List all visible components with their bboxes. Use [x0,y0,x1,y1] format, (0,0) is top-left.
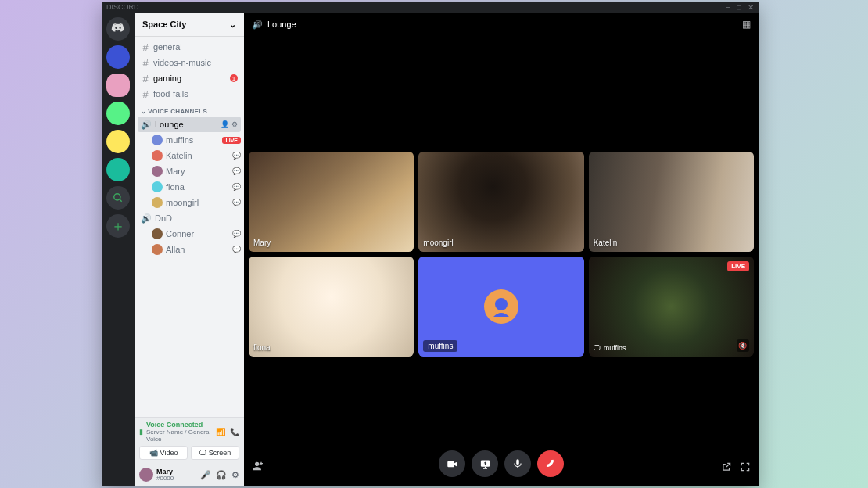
server-header[interactable]: Space City ⌄ [135,13,244,36]
user-panel: Mary #0000 🎤 🎧 ⚙ [135,463,244,486]
channel-list: # general # videos-n-music # gaming 1 # … [135,36,244,417]
voice-channel-lounge[interactable]: 🔊 Lounge 👤 ⚙ [138,117,241,132]
settings-button[interactable]: ⚙ [231,470,239,480]
video-tile-muffins-stream[interactable]: LIVE 🖵 muffins 🔇 [589,257,754,357]
video-tile-muffins-avatar[interactable]: muffins [418,257,583,357]
video-tile-katelin[interactable]: Katelin [589,152,754,252]
popout-button[interactable] [721,461,732,472]
call-area: 🔊 Lounge ▦ Mary moongirl Katelin fiona [244,13,759,486]
svg-rect-4 [447,461,454,467]
mute-button[interactable]: 🎤 [200,470,211,480]
user-avatar[interactable] [139,468,153,482]
disconnect-icon[interactable]: 📞 [230,428,239,436]
chevron-down-icon: ⌄ [229,20,236,30]
server-icon-3[interactable] [106,102,130,125]
close-button[interactable]: ✕ [748,3,754,12]
mic-icon: 💬 [232,230,241,238]
speaker-icon: 🔊 [141,214,152,224]
svg-point-0 [114,194,120,200]
vc-member-muffins[interactable]: muffins LIVE [138,132,241,148]
member-name: Katelin [166,151,192,160]
screenshare-button[interactable] [472,450,498,477]
noise-suppression-icon[interactable]: 📶 [216,428,225,436]
avatar [152,166,163,177]
call-channel-name: Lounge [267,20,296,29]
chevron-down-icon: ⌄ [141,108,146,115]
tile-label: Katelin [594,239,618,247]
voice-channels-header[interactable]: ⌄ VOICE CHANNELS [138,102,241,117]
vc-member-allan[interactable]: Allan 💬 [138,242,241,257]
live-badge: LIVE [727,261,749,271]
speaker-icon: 🔊 [252,20,263,30]
video-tile-fiona[interactable]: fiona [249,257,414,357]
channel-label: Lounge [155,120,184,129]
maximize-button[interactable]: □ [737,3,741,12]
member-name: Allan [166,245,185,254]
mic-icon: 💬 [232,152,241,160]
channel-label: food-fails [153,89,188,99]
mic-button[interactable] [504,450,531,477]
grid-view-icon[interactable]: ▦ [742,19,751,30]
channel-label: gaming [153,74,181,83]
bottom-right-controls [721,461,751,472]
member-name: fiona [166,182,185,192]
video-grid: Mary moongirl Katelin fiona muffins [249,152,754,357]
fullscreen-button[interactable] [740,461,751,472]
hash-icon: # [141,73,150,84]
vc-member-katelin[interactable]: Katelin 💬 [138,148,241,163]
svg-rect-6 [516,459,519,465]
text-channel-foodfails[interactable]: # food-fails [138,86,241,102]
discord-window: DISCORD − □ ✕ ＋ Space City ⌄ [102,2,759,486]
camera-icon: 📹 [149,449,158,457]
mic-icon: 💬 [232,246,241,253]
speaker-icon: 🔊 [141,120,152,130]
member-name: muffins [166,135,193,145]
member-name: moongirl [166,198,199,207]
screen-share-button[interactable]: 🖵 Screen [191,446,239,460]
vc-member-fiona[interactable]: fiona 💬 [138,179,241,195]
user-tag: #0000 [156,475,174,482]
vc-member-moongirl[interactable]: moongirl 💬 [138,195,241,210]
app-name: DISCORD [106,3,139,11]
deafen-button[interactable]: 🎧 [216,470,227,480]
camera-button[interactable] [439,450,465,477]
call-header: 🔊 Lounge ▦ [244,13,759,36]
server-name: Space City [142,20,186,29]
invite-icon[interactable]: 👤 [221,120,229,128]
mic-icon: 💬 [232,199,241,206]
avatar [152,181,163,192]
avatar [152,135,163,145]
hash-icon: # [141,41,150,53]
voice-channel-dnd[interactable]: 🔊 DnD [138,210,241,226]
hangup-button[interactable] [537,450,564,477]
video-toggle-button[interactable]: 📹 Video [139,446,188,460]
channel-label: videos-n-music [153,58,211,67]
text-channel-general[interactable]: # general [138,39,241,55]
hash-icon: # [141,57,150,69]
home-button[interactable] [106,17,130,41]
add-server-button[interactable]: ＋ [106,214,130,238]
explore-button[interactable] [106,186,130,210]
gear-icon[interactable]: ⚙ [231,120,238,128]
member-name: Conner [166,229,194,239]
call-controls [244,450,759,477]
server-icon-4[interactable] [106,130,130,153]
server-icon-2[interactable] [106,74,130,97]
avatar [152,197,163,208]
video-tile-mary[interactable]: Mary [249,152,414,252]
user-info: Mary #0000 [156,468,174,482]
channel-label: general [153,42,182,52]
vc-member-mary[interactable]: Mary 💬 [138,163,241,179]
server-icon-5[interactable] [106,158,130,181]
vc-member-conner[interactable]: Conner 💬 [138,226,241,242]
video-tile-moongirl[interactable]: moongirl [418,152,583,252]
muted-icon: 🔇 [737,339,749,352]
text-channel-gaming[interactable]: # gaming 1 [138,70,241,86]
monitor-icon: 🖵 [594,344,601,352]
svg-point-2 [495,298,508,310]
text-channel-videos[interactable]: # videos-n-music [138,55,241,70]
minimize-button[interactable]: − [726,3,730,12]
stream-label: 🖵 muffins [594,344,626,352]
server-icon-1[interactable] [106,45,130,69]
titlebar: DISCORD − □ ✕ [102,2,759,13]
